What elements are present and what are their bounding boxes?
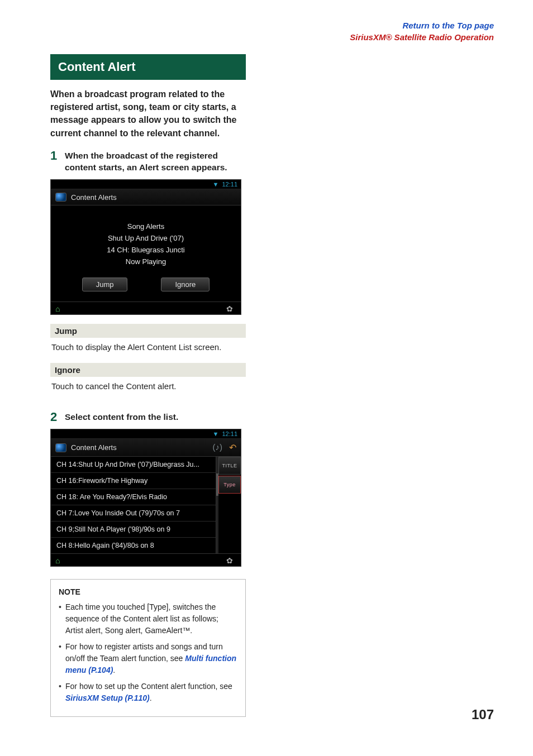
alert-body: Song Alerts Shut Up And Drive ('07) 14 C… <box>51 205 241 277</box>
bottom-bar: ⌂ ✿ <box>51 302 241 314</box>
ignore-label: Ignore <box>50 363 246 377</box>
siriusxm-setup-link[interactable]: SiriusXM Setup (P.110) <box>65 693 150 702</box>
alert-line: 14 CH: Bluegrass Juncti <box>56 245 235 256</box>
list-item[interactable]: CH 8:Hello Again ('84)/80s on 8 <box>51 538 216 553</box>
screen-title: Content Alerts <box>71 193 117 202</box>
title-sort-button[interactable]: TITLE <box>218 457 241 475</box>
sxm-icon <box>55 193 66 202</box>
title-bar: Content Alerts (♪) ↶ <box>51 439 241 457</box>
note-item: Each time you touched [Type], switches t… <box>59 601 237 637</box>
device-screenshot-alert: ▼ 12:11 Content Alerts Song Alerts Shut … <box>50 179 241 315</box>
jump-description: Touch to display the Alert Content List … <box>50 338 246 358</box>
list-item[interactable]: CH 7:Love You Inside Out (79)/70s on 7 <box>51 505 216 521</box>
title-bar: Content Alerts <box>51 189 241 205</box>
breadcrumb: SiriusXM® Satellite Radio Operation <box>350 32 494 42</box>
signal-icon: ▼ <box>213 181 219 188</box>
picture-icon[interactable]: ⌂ <box>55 556 65 564</box>
bottom-bar: ⌂ ✿ <box>51 553 241 566</box>
ignore-description: Touch to cancel the Content alert. <box>50 377 246 398</box>
page-number: 107 <box>472 707 494 722</box>
screen-title: Content Alerts <box>71 443 117 452</box>
step-number: 2 <box>50 411 60 423</box>
audio-icon[interactable]: (♪) <box>213 442 223 453</box>
sxm-icon <box>55 443 66 452</box>
scrollbar[interactable] <box>216 457 218 553</box>
picture-icon[interactable]: ⌂ <box>55 304 65 312</box>
alert-line: Shut Up And Drive ('07) <box>56 233 235 245</box>
status-bar: ▼ 12:11 <box>51 429 241 439</box>
list-item[interactable]: CH 18: Are You Ready?/Elvis Radio <box>51 489 216 505</box>
return-top-link[interactable]: Return to the Top page <box>402 21 494 30</box>
alert-line: Now Playing <box>56 256 235 268</box>
note-title: NOTE <box>59 586 237 598</box>
step-number: 1 <box>50 150 60 174</box>
status-bar: ▼ 12:11 <box>51 180 241 189</box>
note-item: For how to register artists and songs an… <box>59 641 237 676</box>
device-screenshot-list: ▼ 12:11 Content Alerts (♪) ↶ CH 14:Shut … <box>50 429 241 567</box>
step-text: When the broadcast of the registered con… <box>65 150 246 174</box>
jump-label: Jump <box>50 324 246 338</box>
content-list: CH 14:Shut Up And Drive ('07)/Bluegrass … <box>51 457 216 553</box>
note-box: NOTE Each time you touched [Type], switc… <box>50 579 246 717</box>
type-sort-button[interactable]: Type <box>218 476 241 494</box>
jump-button[interactable]: Jump <box>82 277 128 291</box>
section-title: Content Alert <box>50 54 246 80</box>
alert-line: Song Alerts <box>56 221 235 233</box>
note-item: For how to set up the Content alert func… <box>59 681 237 704</box>
list-item[interactable]: CH 16:Firework/The Highway <box>51 473 216 489</box>
back-icon[interactable]: ↶ <box>229 442 236 453</box>
step-1: 1 When the broadcast of the registered c… <box>50 150 246 174</box>
signal-icon: ▼ <box>213 430 219 437</box>
clock: 12:11 <box>222 430 237 437</box>
list-item[interactable]: CH 9;Still Not A Player ('98)/90s on 9 <box>51 521 216 538</box>
clock: 12:11 <box>222 181 237 188</box>
ignore-button[interactable]: Ignore <box>161 277 210 291</box>
intro-text: When a broadcast program related to the … <box>50 88 246 140</box>
step-text: Select content from the list. <box>65 411 178 423</box>
step-2: 2 Select content from the list. <box>50 411 246 423</box>
gear-icon[interactable]: ✿ <box>226 304 236 312</box>
header-links: Return to the Top page SiriusXM® Satelli… <box>50 20 494 43</box>
gear-icon[interactable]: ✿ <box>226 556 236 564</box>
list-item[interactable]: CH 14:Shut Up And Drive ('07)/Bluegrass … <box>51 457 216 473</box>
